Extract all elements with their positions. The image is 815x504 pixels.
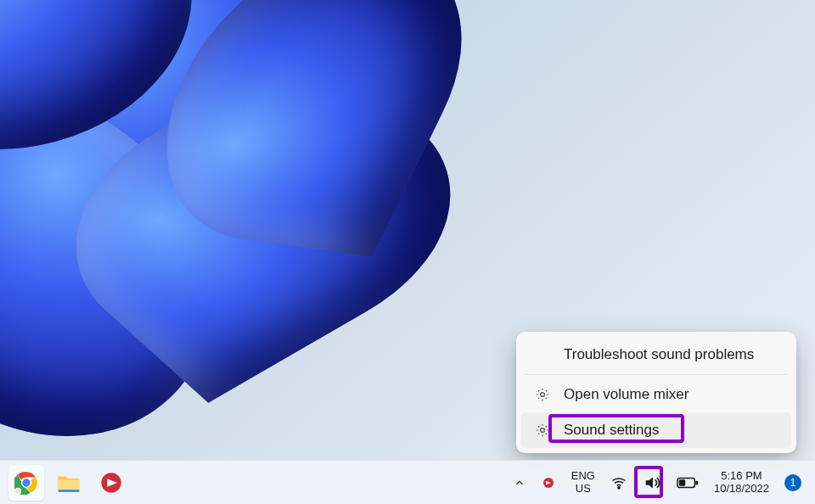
wifi-icon xyxy=(610,474,627,491)
folder-icon xyxy=(56,470,82,496)
lang-secondary: US xyxy=(576,483,591,495)
gear-icon xyxy=(533,423,552,438)
menu-item-label: Open volume mixer xyxy=(564,386,689,403)
chevron-up-icon xyxy=(514,477,526,489)
svg-rect-13 xyxy=(679,479,685,485)
lang-primary: ENG xyxy=(571,470,595,482)
taskbar-app-chrome[interactable] xyxy=(8,465,44,501)
tray-battery-button[interactable] xyxy=(672,468,704,498)
svg-point-1 xyxy=(541,428,545,433)
tray-volume-button[interactable] xyxy=(638,468,666,498)
svg-point-0 xyxy=(541,393,545,397)
recorder-icon xyxy=(99,471,123,495)
volume-icon xyxy=(643,473,661,492)
svg-rect-7 xyxy=(59,490,80,492)
menu-item-label: Sound settings xyxy=(564,422,659,439)
chrome-icon xyxy=(14,471,38,495)
tray-language-button[interactable]: ENG US xyxy=(566,468,600,498)
gear-icon xyxy=(533,387,552,402)
menu-item-sound-settings[interactable]: Sound settings xyxy=(521,412,791,448)
menu-item-label: Troubleshoot sound problems xyxy=(564,346,754,363)
taskbar-pinned-apps xyxy=(8,465,129,501)
tray-time: 5:16 PM xyxy=(721,470,762,482)
tray-notifications-button[interactable]: 1 xyxy=(779,468,807,498)
svg-rect-12 xyxy=(695,480,698,484)
tray-app-indicator[interactable] xyxy=(536,468,561,498)
taskbar: ENG US 5: xyxy=(0,460,815,504)
wallpaper-bloom xyxy=(0,0,560,458)
tray-app-icon xyxy=(541,475,556,490)
svg-point-5 xyxy=(15,488,21,494)
sound-context-menu: Troubleshoot sound problems Open volume … xyxy=(516,332,796,453)
taskbar-app-recorder[interactable] xyxy=(93,465,129,501)
tray-date: 10/18/2022 xyxy=(714,483,769,495)
system-tray: ENG US 5: xyxy=(509,468,807,498)
battery-icon xyxy=(677,474,699,491)
menu-item-open-volume-mixer[interactable]: Open volume mixer xyxy=(521,377,791,412)
menu-divider xyxy=(525,374,788,375)
taskbar-app-file-explorer[interactable] xyxy=(51,465,87,501)
notification-badge: 1 xyxy=(784,474,801,491)
svg-point-10 xyxy=(618,486,620,488)
tray-overflow-button[interactable] xyxy=(509,468,531,498)
menu-item-troubleshoot-sound[interactable]: Troubleshoot sound problems xyxy=(521,337,791,372)
tray-wifi-button[interactable] xyxy=(605,468,632,498)
notification-count: 1 xyxy=(790,477,796,489)
tray-clock-button[interactable]: 5:16 PM 10/18/2022 xyxy=(709,468,774,498)
